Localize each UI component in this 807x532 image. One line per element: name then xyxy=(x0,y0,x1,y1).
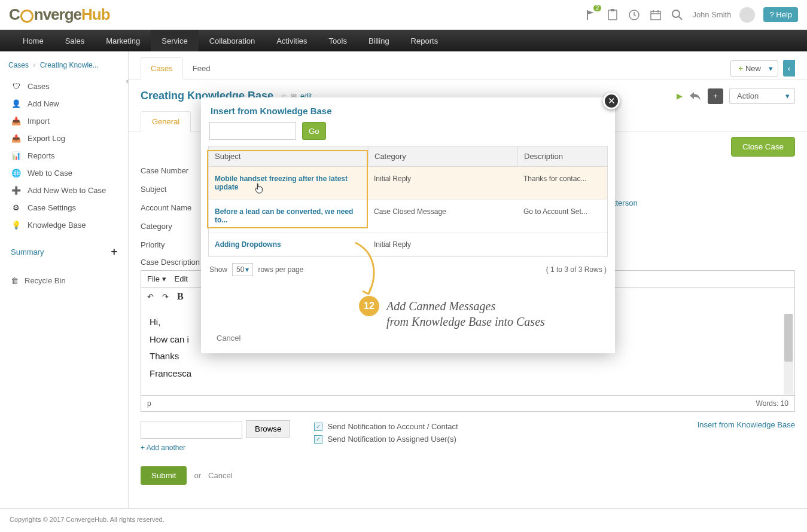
main-nav: Home Sales Marketing Service Collaborati… xyxy=(0,30,807,51)
svg-point-7 xyxy=(672,10,680,17)
back-arrow-button[interactable]: ‹ xyxy=(783,60,795,77)
kb-category-cell: Initial Reply xyxy=(368,167,517,199)
help-button[interactable]: ? Help xyxy=(763,7,798,22)
import-icon: 📥 xyxy=(11,117,22,126)
username-label[interactable]: John Smith xyxy=(692,10,731,19)
annotation-text: Add Canned Messages from Knowledge Base … xyxy=(386,298,545,329)
play-icon[interactable]: ▶ xyxy=(677,91,683,100)
editor-bold-button[interactable]: B xyxy=(177,291,184,302)
submit-button[interactable]: Submit xyxy=(141,466,187,485)
new-dropdown[interactable]: +New xyxy=(730,60,778,77)
chevron-right-icon: › xyxy=(33,61,35,69)
add-box-button[interactable]: + xyxy=(708,88,723,104)
search-icon[interactable] xyxy=(671,8,684,22)
sidebar-item-label: Case Settings xyxy=(28,203,76,212)
shield-icon: 🛡 xyxy=(11,82,22,91)
user-avatar[interactable] xyxy=(739,7,755,23)
breadcrumb-current[interactable]: Creating Knowle... xyxy=(40,61,99,69)
nav-reports[interactable]: Reports xyxy=(400,30,449,51)
plus-icon[interactable]: + xyxy=(111,246,117,258)
browse-button[interactable]: Browse xyxy=(246,420,290,438)
kb-table: Subject Category Description Mobile hand… xyxy=(208,146,608,257)
breadcrumb-cases[interactable]: Cases xyxy=(8,61,29,69)
sidebar-summary[interactable]: Summary+ xyxy=(0,237,128,262)
close-case-button[interactable]: Close Case xyxy=(731,137,795,157)
clipboard-icon[interactable] xyxy=(606,8,619,22)
brand-logo: CnvergeHub xyxy=(9,5,110,24)
kb-row[interactable]: Mobile handset freezing after the latest… xyxy=(209,167,607,200)
sidebar-item-import[interactable]: 📥Import xyxy=(0,112,128,130)
sidebar-item-label: Add New xyxy=(28,99,59,108)
modal-title: Insert from Knowledge Base xyxy=(201,97,615,122)
undo-icon[interactable] xyxy=(689,91,702,102)
nav-activities[interactable]: Activities xyxy=(266,30,318,51)
sidebar: Cases › Creating Knowle... ‹ 🛡Cases 👤Add… xyxy=(0,51,129,508)
sidebar-item-reports[interactable]: 📊Reports xyxy=(0,147,128,164)
kb-description-cell: Thanks for contac... xyxy=(517,167,607,199)
export-icon: 📤 xyxy=(11,134,22,143)
modal-cancel-link[interactable]: Cancel xyxy=(217,334,240,343)
kb-description-cell: Go to Account Set... xyxy=(517,200,607,232)
sidebar-item-export-log[interactable]: 📤Export Log xyxy=(0,130,128,147)
add-another-link[interactable]: + Add another xyxy=(141,444,290,452)
sidebar-item-add-web-to-case[interactable]: ➕Add New Web to Case xyxy=(0,182,128,199)
checkbox-label: Send Notification to Assigned User(s) xyxy=(327,435,456,444)
kb-category-cell: Case Closed Message xyxy=(368,200,517,232)
editor-file-menu[interactable]: File ▾ xyxy=(147,274,166,283)
sidebar-item-label: Export Log xyxy=(28,134,65,143)
kb-subject-link[interactable]: Mobile handset freezing after the latest… xyxy=(209,167,368,199)
sidebar-item-knowledge-base[interactable]: 💡Knowledge Base xyxy=(0,216,128,234)
kb-description-cell xyxy=(517,233,607,256)
kb-subject-link[interactable]: Before a lead can be converted, we need … xyxy=(209,200,368,232)
nav-home[interactable]: Home xyxy=(12,30,54,51)
editor-redo-icon[interactable]: ↷ xyxy=(162,292,169,301)
bulb-icon: 💡 xyxy=(11,221,22,230)
nav-service[interactable]: Service xyxy=(151,30,198,51)
nav-collaboration[interactable]: Collaboration xyxy=(199,30,266,51)
nav-sales[interactable]: Sales xyxy=(54,30,96,51)
editor-word-count: Words: 10 xyxy=(756,399,788,408)
rows-per-page-select[interactable]: 50▾ xyxy=(232,263,253,276)
show-label: Show xyxy=(209,265,227,274)
annotation-step-number: 12 xyxy=(359,296,379,316)
sidebar-item-label: Recycle Bin xyxy=(25,276,66,285)
calendar-icon[interactable] xyxy=(649,8,662,22)
editor-edit-menu[interactable]: Edit xyxy=(175,274,188,283)
svg-rect-0 xyxy=(608,10,617,20)
nav-billing[interactable]: Billing xyxy=(358,30,400,51)
sidebar-item-cases[interactable]: 🛡Cases xyxy=(0,78,128,95)
tab-feed[interactable]: Feed xyxy=(183,58,220,79)
kb-row[interactable]: Adding Dropdowns Initial Reply xyxy=(209,233,607,256)
notifications-flag-icon[interactable]: 2 xyxy=(584,8,598,22)
file-input[interactable] xyxy=(141,421,242,439)
sidebar-item-web-to-case[interactable]: 🌐Web to Case xyxy=(0,164,128,182)
kb-row[interactable]: Before a lead can be converted, we need … xyxy=(209,200,607,233)
modal-close-button[interactable]: ✕ xyxy=(603,93,620,109)
clock-icon[interactable] xyxy=(628,8,641,22)
logo-gear-icon xyxy=(20,10,34,23)
cancel-link[interactable]: Cancel xyxy=(208,471,232,480)
kb-header-description[interactable]: Description xyxy=(517,146,607,166)
rows-per-page-label: rows per page xyxy=(258,265,303,274)
kb-header-category[interactable]: Category xyxy=(368,146,517,166)
insert-from-kb-link[interactable]: Insert from Knowledge Base xyxy=(698,420,795,452)
kb-search-go-button[interactable]: Go xyxy=(302,122,326,140)
action-dropdown[interactable]: Action xyxy=(729,88,795,104)
sidebar-item-add-new[interactable]: 👤Add New xyxy=(0,95,128,112)
kb-header-subject[interactable]: Subject xyxy=(209,146,368,166)
checkbox-notify-contact[interactable]: ✓ xyxy=(314,423,322,431)
or-text: or xyxy=(194,471,201,480)
checkbox-notify-users[interactable]: ✓ xyxy=(314,435,322,444)
editor-scrollbar[interactable] xyxy=(784,314,793,395)
subtab-general[interactable]: General xyxy=(141,111,191,132)
editor-undo-icon[interactable]: ↶ xyxy=(147,292,154,301)
trash-icon: 🗑 xyxy=(11,276,19,285)
sidebar-item-case-settings[interactable]: ⚙Case Settings xyxy=(0,199,128,216)
gear-icon: ⚙ xyxy=(11,203,22,212)
editor-path: p xyxy=(147,399,151,408)
sidebar-recycle-bin[interactable]: 🗑Recycle Bin xyxy=(0,262,128,299)
kb-search-input[interactable] xyxy=(209,122,296,140)
tab-cases[interactable]: Cases xyxy=(141,57,183,80)
nav-marketing[interactable]: Marketing xyxy=(95,30,151,51)
nav-tools[interactable]: Tools xyxy=(318,30,358,51)
